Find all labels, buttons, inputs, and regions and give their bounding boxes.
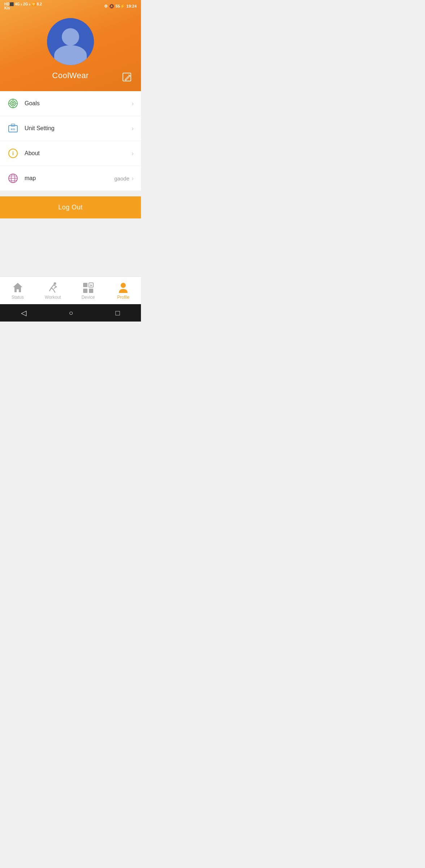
svg-text:i: i (12, 150, 14, 156)
home-button[interactable]: ○ (69, 309, 73, 317)
svg-point-29 (121, 283, 126, 288)
profile-nav-label: Profile (117, 295, 129, 300)
map-value: gaode (114, 175, 129, 182)
mute-icon: 🔕 (109, 4, 114, 9)
recents-button[interactable]: □ (115, 309, 120, 317)
logout-button[interactable]: Log Out (0, 196, 141, 218)
info-icon: i (7, 148, 19, 159)
svg-line-23 (54, 287, 56, 288)
menu-section: Goals › KG Unit Setting › i About › (0, 91, 141, 191)
large-gray-area (0, 218, 141, 276)
about-chevron: › (132, 150, 134, 157)
status-bar: HD⬛ 4G ᵢₗ 2G ᵢₗ 🛜 8.2K/s ⚙ 🔕 55⚡ 19:24 (0, 0, 141, 12)
svg-rect-0 (123, 73, 131, 81)
svg-point-2 (10, 101, 16, 106)
svg-point-3 (12, 102, 14, 105)
unit-setting-chevron: › (132, 125, 134, 132)
kg-icon: KG (7, 123, 19, 134)
back-button[interactable]: ◁ (21, 309, 26, 317)
unit-setting-label: Unit Setting (25, 125, 132, 132)
bottom-nav: Status Workout Device Profile (0, 276, 141, 304)
network-info: HD⬛ 4G ᵢₗ 2G ᵢₗ 🛜 8.2K/s (4, 2, 42, 10)
gray-spacer (0, 191, 141, 196)
workout-nav-label: Workout (45, 295, 61, 300)
svg-text:KG: KG (11, 128, 15, 131)
nav-item-profile[interactable]: Profile (106, 280, 141, 301)
svg-marker-16 (13, 283, 22, 292)
svg-rect-27 (83, 289, 87, 293)
system-nav-bar: ◁ ○ □ (0, 304, 141, 322)
svg-rect-24 (83, 283, 87, 287)
device-nav-label: Device (81, 295, 95, 300)
target-icon (7, 98, 19, 109)
nav-item-device[interactable]: Device (70, 280, 106, 301)
goals-chevron: › (132, 100, 134, 107)
nav-item-status[interactable]: Status (0, 280, 35, 301)
about-label: About (25, 150, 132, 157)
avatar-head (62, 28, 79, 46)
header-section: CoolWear (0, 0, 141, 91)
status-nav-label: Status (12, 295, 24, 300)
device-nav-icon (82, 282, 94, 293)
avatar (47, 18, 94, 65)
username: CoolWear (52, 71, 89, 80)
globe-icon (7, 173, 19, 184)
svg-line-19 (50, 288, 51, 291)
menu-item-map[interactable]: map gaode › (0, 166, 141, 191)
svg-line-21 (53, 290, 55, 292)
svg-marker-26 (90, 284, 93, 286)
time: 19:24 (126, 4, 137, 8)
status-left: HD⬛ 4G ᵢₗ 2G ᵢₗ 🛜 8.2K/s (4, 2, 42, 10)
goals-label: Goals (25, 100, 132, 107)
svg-rect-28 (89, 289, 93, 293)
menu-item-about[interactable]: i About › (0, 141, 141, 166)
svg-point-1 (9, 99, 17, 108)
status-nav-icon (12, 282, 23, 293)
battery-info: 55⚡ (116, 4, 125, 9)
nav-item-workout[interactable]: Workout (35, 280, 71, 301)
status-right: ⚙ 🔕 55⚡ 19:24 (104, 4, 137, 9)
profile-nav-icon (117, 282, 129, 293)
bluetooth-icon: ⚙ (104, 4, 108, 9)
menu-item-goals[interactable]: Goals › (0, 91, 141, 116)
edit-icon[interactable] (122, 72, 134, 84)
menu-item-unit-setting[interactable]: KG Unit Setting › (0, 116, 141, 141)
avatar-inner (47, 18, 94, 65)
workout-nav-icon (47, 282, 59, 293)
avatar-body (54, 45, 87, 65)
map-chevron: › (132, 175, 134, 182)
map-label: map (25, 175, 114, 182)
